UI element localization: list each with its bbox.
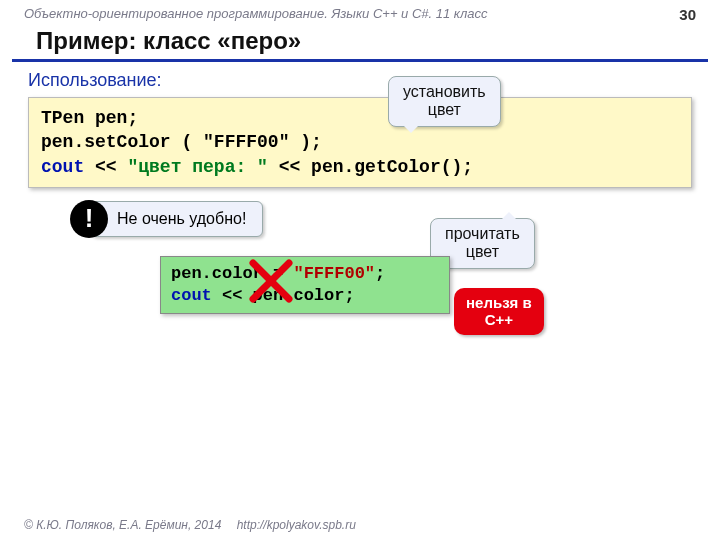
- code-block-usage: TPen pen; pen.setColor ( "FFFF00" ); cou…: [28, 97, 692, 188]
- note-box: Не очень удобно!: [90, 201, 263, 237]
- page-number: 30: [679, 6, 696, 23]
- callout-set-color: установить цвет: [388, 76, 501, 127]
- slide-footer: © К.Ю. Поляков, Е.А. Ерёмин, 2014 http:/…: [24, 518, 356, 532]
- badge-forbidden: нельзя в C++: [454, 288, 544, 335]
- note-row: ! Не очень удобно!: [70, 200, 720, 238]
- footer-url: http://kpolyakov.spb.ru: [237, 518, 356, 532]
- page-title: Пример: класс «перо»: [12, 25, 708, 62]
- slide-header: Объектно-ориентированное программировани…: [0, 0, 720, 25]
- exclamation-icon: !: [70, 200, 108, 238]
- copyright-text: © К.Ю. Поляков, Е.А. Ерёмин, 2014: [24, 518, 221, 532]
- code-block-invalid: pen.color = "FFFF00"; cout << pen.color;: [160, 256, 450, 314]
- course-title: Объектно-ориентированное программировани…: [24, 6, 488, 23]
- section-label: Использование:: [0, 70, 720, 97]
